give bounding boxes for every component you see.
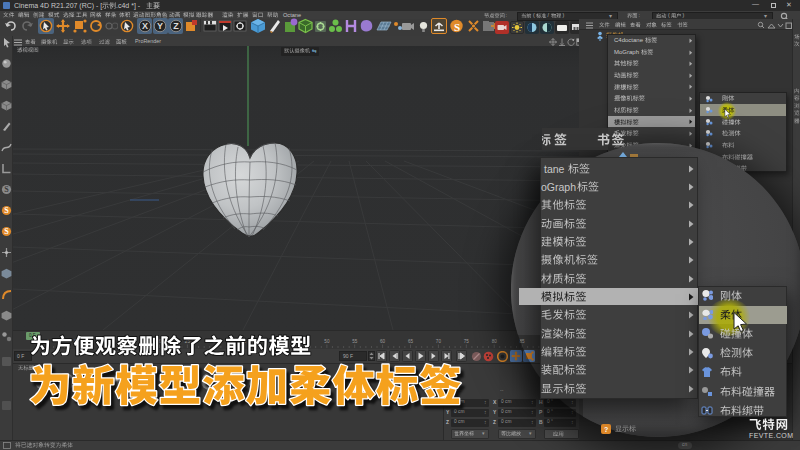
svg-text:S: S [4, 227, 9, 236]
svg-text:S: S [4, 206, 9, 215]
svg-text:Z: Z [173, 21, 179, 31]
svg-text:55: 55 [352, 339, 358, 344]
svg-text:X: X [141, 21, 147, 31]
svg-text:S: S [4, 185, 9, 194]
svg-text:S: S [454, 21, 460, 33]
svg-text:60: 60 [380, 339, 386, 344]
svg-text:Y: Y [157, 21, 163, 31]
svg-text:70: 70 [436, 339, 442, 344]
svg-text:50: 50 [324, 339, 330, 344]
svg-text:80: 80 [492, 339, 498, 344]
svg-text:75: 75 [464, 339, 470, 344]
svg-text:65: 65 [408, 339, 414, 344]
